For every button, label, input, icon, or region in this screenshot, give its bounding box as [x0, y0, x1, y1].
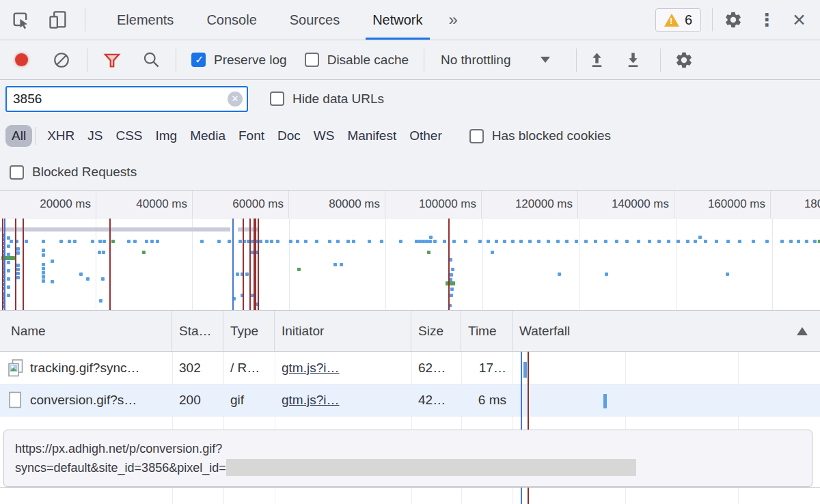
tick-label: 100000 ms — [385, 191, 482, 218]
request-tick — [487, 240, 490, 243]
request-name: tracking.gif?sync… — [30, 361, 140, 376]
request-tick — [91, 240, 94, 243]
request-tick — [16, 251, 20, 255]
chip-other[interactable]: Other — [403, 125, 448, 147]
request-tick — [452, 240, 456, 243]
column-header-status[interactable]: Sta… — [172, 311, 223, 351]
request-name-cell[interactable]: conversion.gif?s… — [0, 384, 172, 416]
device-toolbar-icon[interactable] — [48, 10, 68, 30]
chip-css[interactable]: CSS — [109, 125, 148, 147]
more-options-menu-icon[interactable]: ⋮ — [758, 10, 776, 31]
type-cell: / R… — [223, 352, 275, 384]
time-cell: 6 ms — [461, 384, 512, 416]
import-har-icon[interactable] — [588, 51, 606, 69]
request-tick — [228, 240, 231, 243]
disable-cache-checkbox[interactable] — [305, 53, 319, 67]
load-event-line — [258, 219, 259, 311]
column-header-waterfall[interactable]: Waterfall — [512, 311, 820, 351]
tab-console[interactable]: Console — [200, 0, 263, 40]
request-tick — [519, 240, 523, 243]
request-tick — [42, 279, 45, 283]
request-tick — [145, 240, 148, 243]
warnings-badge[interactable]: 6 — [655, 8, 701, 32]
request-tick — [98, 251, 101, 254]
record-network-log-button[interactable] — [15, 53, 28, 66]
has-blocked-cookies-label: Has blocked cookies — [492, 128, 611, 143]
request-name: conversion.gif?s… — [30, 393, 137, 408]
request-tick — [245, 272, 249, 276]
size-cell: 62… — [411, 352, 461, 384]
network-settings-gear-icon[interactable] — [674, 51, 694, 70]
requests-table-body: tracking.gif?sync… 302 / R… gtm.js?i… 62… — [0, 352, 820, 504]
request-tick — [127, 240, 131, 243]
inspect-element-icon[interactable] — [11, 10, 30, 29]
chip-ws[interactable]: WS — [308, 125, 341, 147]
request-tick — [399, 240, 402, 243]
request-tick — [59, 240, 63, 243]
divider — [85, 8, 85, 31]
request-tick — [726, 240, 730, 243]
initiator-link[interactable]: gtm.js?i… — [282, 393, 339, 408]
chip-img[interactable]: Img — [150, 125, 184, 147]
column-header-name[interactable]: Name — [0, 311, 172, 351]
request-tick — [111, 240, 115, 243]
request-tick — [16, 264, 20, 267]
clear-network-log-icon[interactable] — [53, 51, 70, 69]
request-tick — [813, 240, 817, 243]
chip-manifest[interactable]: Manifest — [341, 125, 402, 147]
request-tick — [427, 251, 430, 254]
request-row-conversion[interactable]: conversion.gif?s… 200 gif gtm.js?i… 42… … — [0, 384, 820, 416]
overview-gridline — [192, 219, 193, 310]
request-tick — [429, 236, 433, 239]
request-tick — [604, 240, 607, 243]
chip-media[interactable]: Media — [184, 125, 232, 147]
tab-network[interactable]: Network — [366, 0, 429, 40]
request-row-tracking[interactable]: tracking.gif?sync… 302 / R… gtm.js?i… 62… — [0, 352, 820, 384]
request-tick — [150, 240, 154, 243]
throttling-select[interactable]: No throttling — [441, 53, 510, 68]
initiator-link[interactable]: gtm.js?i… — [282, 361, 339, 376]
close-devtools-icon[interactable]: ✕ — [792, 10, 806, 30]
request-tick — [491, 251, 494, 254]
chip-js[interactable]: JS — [81, 125, 109, 147]
request-tick — [7, 261, 10, 264]
size-cell: 42… — [411, 384, 461, 416]
tab-sources[interactable]: Sources — [283, 0, 346, 40]
column-header-time[interactable]: Time — [461, 311, 512, 351]
request-tick — [101, 277, 105, 281]
network-overview-chart[interactable] — [0, 219, 820, 311]
search-icon[interactable] — [142, 51, 161, 69]
request-name-cell[interactable]: tracking.gif?sync… — [0, 352, 172, 384]
domcontentloaded-event-line — [232, 219, 234, 311]
tick-label: 20000 ms — [0, 191, 96, 218]
request-tick — [336, 240, 340, 243]
more-tabs-icon[interactable]: » — [449, 10, 458, 29]
request-tick — [133, 240, 137, 243]
column-header-type[interactable]: Type — [223, 311, 275, 351]
overview-gridline — [96, 219, 96, 310]
tab-elements[interactable]: Elements — [110, 0, 180, 40]
request-tick — [503, 240, 506, 243]
request-tick — [42, 271, 45, 275]
export-har-icon[interactable] — [624, 51, 642, 69]
chip-doc[interactable]: Doc — [271, 125, 307, 147]
preserve-log-checkbox[interactable] — [191, 53, 206, 67]
request-bar — [1, 256, 15, 260]
request-tick — [575, 240, 578, 243]
filter-input-wrap: ✕ — [5, 86, 248, 112]
filter-input[interactable] — [5, 86, 248, 112]
blocked-requests-checkbox[interactable] — [10, 165, 24, 180]
column-header-initiator[interactable]: Initiator — [275, 311, 411, 351]
hide-data-urls-checkbox[interactable] — [270, 92, 284, 106]
column-header-size[interactable]: Size — [411, 311, 461, 351]
tooltip-url-line2-text: syncs=default&site_id=3856&pixel_id= — [15, 461, 226, 475]
request-type-filters: All XHR JS CSS Img Media Font Doc WS Man… — [0, 117, 820, 154]
has-blocked-cookies-checkbox[interactable] — [469, 129, 484, 143]
settings-gear-icon[interactable] — [724, 10, 743, 29]
chip-xhr[interactable]: XHR — [41, 125, 81, 147]
chip-font[interactable]: Font — [232, 125, 271, 147]
filter-funnel-icon[interactable] — [102, 51, 122, 70]
clear-filter-icon[interactable]: ✕ — [228, 92, 243, 107]
chip-all[interactable]: All — [5, 125, 32, 147]
request-tick — [7, 277, 10, 281]
